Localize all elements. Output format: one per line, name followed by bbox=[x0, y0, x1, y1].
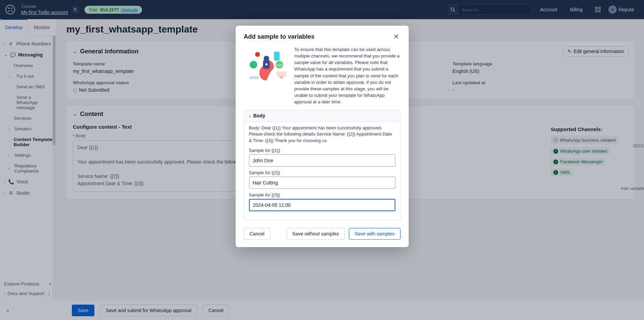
svg-rect-10 bbox=[249, 76, 259, 79]
sample-2-label: Sample for {{2}} bbox=[249, 170, 395, 175]
sample-2-input[interactable] bbox=[249, 177, 395, 189]
modal-intro-text: To ensure that this template can be used… bbox=[294, 46, 400, 105]
chevron-down-icon: ⌄ bbox=[248, 114, 251, 118]
body-preview-text: Body: Dear {{1}} Your appointment has be… bbox=[249, 125, 395, 144]
body-accordion: ⌄Body Body: Dear {{1}} Your appointment … bbox=[244, 110, 400, 220]
add-sample-modal: Add sample to variables ✕ SMS To ensure … bbox=[236, 26, 409, 247]
svg-text:SMS: SMS bbox=[276, 64, 282, 67]
modal-cancel-button[interactable]: Cancel bbox=[244, 228, 271, 240]
sample-1-input[interactable] bbox=[249, 154, 395, 167]
modal-title: Add sample to variables bbox=[244, 33, 315, 40]
save-without-samples-button[interactable]: Save without samples bbox=[287, 228, 345, 240]
svg-point-12 bbox=[264, 56, 269, 61]
svg-point-14 bbox=[250, 61, 257, 68]
svg-rect-16 bbox=[274, 52, 279, 61]
sample-1-label: Sample for {{1}} bbox=[249, 148, 395, 153]
sample-3-label: Sample for {{3}} bbox=[249, 192, 395, 197]
body-accordion-toggle[interactable]: ⌄Body bbox=[244, 110, 400, 121]
svg-rect-19 bbox=[277, 72, 286, 76]
close-icon[interactable]: ✕ bbox=[392, 33, 400, 41]
svg-point-15 bbox=[255, 52, 260, 57]
illustration: SMS bbox=[244, 46, 289, 87]
svg-point-13 bbox=[265, 63, 267, 65]
save-with-samples-button[interactable]: Save with samples bbox=[349, 228, 400, 240]
sample-3-input[interactable] bbox=[249, 199, 395, 211]
